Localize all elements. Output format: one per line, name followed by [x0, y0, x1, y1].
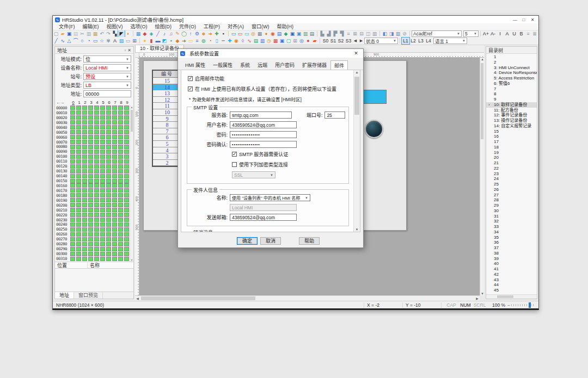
bit-cell[interactable] [106, 203, 111, 207]
bit-cell[interactable] [112, 218, 117, 222]
bit-cell[interactable] [82, 257, 87, 261]
bit-cell[interactable] [76, 242, 81, 246]
bit-cell[interactable] [100, 198, 105, 202]
bit-cell[interactable] [112, 150, 117, 154]
bit-cell[interactable] [94, 140, 99, 144]
bit-cell[interactable] [112, 232, 117, 237]
bit-cell[interactable] [70, 179, 75, 183]
bit-cell[interactable] [100, 213, 105, 217]
bit-cell[interactable] [100, 232, 105, 237]
bit-cell[interactable] [106, 106, 111, 110]
bit-cell[interactable] [112, 188, 117, 193]
bit-cell[interactable] [94, 193, 99, 197]
bit-cell[interactable] [106, 125, 111, 129]
font-style-button[interactable]: U [511, 30, 518, 37]
bit-cell[interactable] [124, 169, 129, 173]
bit-cell[interactable] [94, 164, 99, 169]
bit-cell[interactable] [124, 140, 129, 144]
bit-cell[interactable] [118, 145, 123, 149]
round-button-widget[interactable] [365, 120, 383, 138]
element-tool-icon[interactable]: ▥ [259, 38, 266, 44]
bit-cell[interactable] [82, 198, 87, 202]
menu-item[interactable]: 元件(O) [175, 23, 200, 30]
field-value[interactable]: 位▼ [83, 55, 131, 63]
toolbar-icon[interactable]: ▢ [53, 30, 59, 37]
bit-cell[interactable] [112, 125, 117, 129]
bit-cell[interactable] [118, 242, 123, 246]
bit-cell[interactable] [124, 237, 129, 241]
bit-cell[interactable] [118, 110, 123, 115]
next-state-icon[interactable]: ▶ [358, 39, 364, 43]
toolbar-icon[interactable]: ╱ [155, 30, 161, 37]
bit-cell[interactable] [118, 183, 123, 188]
bit-cell[interactable] [118, 193, 123, 197]
dialog-tab[interactable]: HMI 属性 [181, 60, 209, 70]
bit-cell[interactable] [112, 213, 117, 217]
bit-cell[interactable] [118, 164, 123, 169]
toolbar-icon[interactable]: ✎ [174, 30, 181, 37]
draw-tool-icon[interactable]: A [112, 38, 118, 44]
bit-cell[interactable] [106, 237, 111, 241]
toolbar-icon[interactable]: ▥ [371, 30, 378, 37]
tree-item[interactable]: 41 [486, 267, 537, 272]
bit-cell[interactable] [118, 154, 123, 159]
bit-cell[interactable] [70, 247, 75, 251]
panel-tab[interactable]: 窗口预览 [74, 292, 103, 299]
element-tool-icon[interactable]: ◍ [200, 38, 207, 44]
bit-cell[interactable] [94, 237, 99, 241]
draw-tool-icon[interactable]: ▧ [118, 38, 125, 44]
zoom-slider-knob[interactable] [529, 302, 531, 308]
bit-cell[interactable] [100, 159, 105, 164]
bit-cell[interactable] [94, 159, 99, 164]
tree-item[interactable]: 15 [486, 129, 537, 134]
use-contacts-checkbox[interactable] [188, 86, 193, 91]
bit-cell[interactable] [124, 183, 129, 188]
tree-item[interactable]: 32 [486, 219, 537, 224]
bit-cell[interactable] [100, 115, 105, 120]
bit-cell[interactable] [70, 208, 75, 212]
bit-cell[interactable] [82, 106, 87, 110]
bit-cell[interactable] [82, 242, 87, 246]
bit-cell[interactable] [94, 227, 99, 232]
bit-cell[interactable] [70, 169, 75, 173]
bit-cell[interactable] [70, 135, 75, 139]
bit-cell[interactable] [124, 222, 129, 227]
bit-cell[interactable] [70, 213, 75, 217]
toolbar-icon[interactable]: ▦ [135, 30, 142, 37]
bit-cell[interactable] [70, 252, 75, 256]
bit-cell[interactable] [70, 115, 75, 120]
toolbar-icon[interactable]: ↑ [187, 30, 194, 37]
bit-cell[interactable] [88, 242, 93, 246]
language-button[interactable]: L4 [425, 38, 432, 44]
bit-cell[interactable] [118, 218, 123, 222]
bit-cell[interactable] [124, 242, 129, 246]
bit-cell[interactable] [76, 106, 81, 110]
toolbar-icon[interactable]: ▭ [243, 30, 250, 37]
element-tool-icon[interactable]: ◉ [233, 38, 240, 44]
field-value[interactable]: 预设▼ [83, 73, 131, 80]
bit-cell[interactable] [100, 174, 105, 178]
toolbar-icon[interactable]: ◈ [148, 30, 155, 37]
toolbar-icon[interactable]: ☻ [200, 30, 207, 37]
bit-cell[interactable] [82, 169, 87, 173]
canvas-hscrollbar[interactable]: ◀ ▶ [135, 295, 480, 300]
bit-cell[interactable] [88, 154, 93, 159]
bit-cell[interactable] [100, 252, 105, 256]
draw-tool-icon[interactable]: ⊞ [131, 38, 138, 44]
bit-cell[interactable] [112, 247, 117, 251]
element-tool-icon[interactable]: ◷ [266, 38, 272, 44]
bit-cell[interactable] [124, 125, 129, 129]
bit-cell[interactable] [76, 164, 81, 169]
bit-cell[interactable] [112, 115, 117, 120]
bit-cell[interactable] [70, 203, 75, 207]
bit-cell[interactable] [106, 154, 111, 159]
tree-item[interactable]: 18 [486, 145, 537, 150]
bit-cell[interactable] [88, 145, 93, 149]
bit-cell[interactable] [70, 159, 75, 164]
draw-tool-icon[interactable]: ☆ [99, 38, 105, 44]
tree-item[interactable]: 23 [486, 171, 537, 177]
menu-item[interactable]: 工程(P) [200, 23, 224, 30]
bit-cell[interactable] [94, 125, 99, 129]
font-family-combo[interactable]: AcadEref▼ [412, 30, 462, 37]
font-style-button[interactable]: A- [489, 30, 497, 37]
